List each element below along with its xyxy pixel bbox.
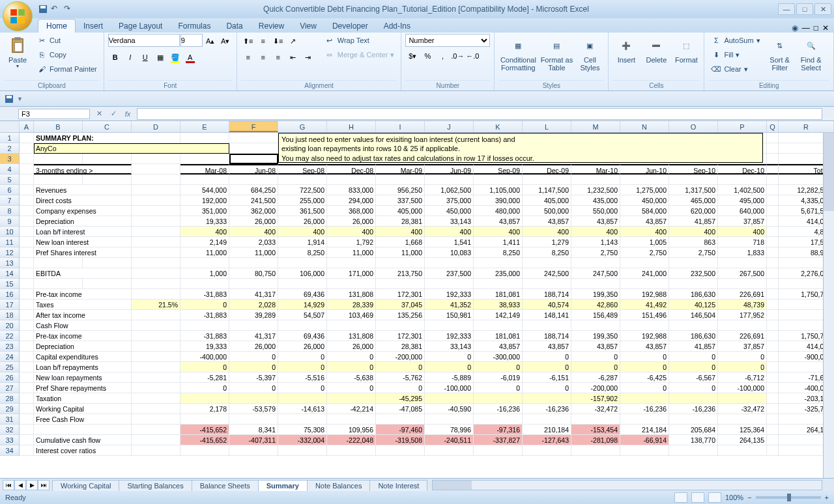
comma-icon[interactable]: ,	[435, 49, 450, 63]
cell[interactable]: 11,000	[327, 247, 376, 258]
cell[interactable]: Sep-10	[669, 164, 718, 175]
cell[interactable]	[34, 258, 83, 268]
cell[interactable]	[20, 320, 34, 331]
col-header-N[interactable]: N	[620, 121, 669, 132]
row-header-22[interactable]: 22	[0, 331, 20, 341]
cell[interactable]	[20, 289, 34, 300]
cell[interactable]	[20, 352, 34, 362]
cell[interactable]	[132, 414, 180, 425]
cell[interactable]: 226,691	[718, 289, 767, 300]
col-header-G[interactable]: G	[278, 121, 327, 132]
row-header-13[interactable]: 13	[0, 258, 20, 268]
cell[interactable]	[571, 258, 620, 268]
cell[interactable]: Free Cash Flow	[34, 414, 132, 425]
align-bottom-icon[interactable]: ⬇≡	[271, 34, 285, 48]
cell[interactable]	[180, 414, 229, 425]
col-header-A[interactable]: A	[20, 121, 34, 132]
cell[interactable]: 43,857	[620, 341, 669, 352]
cell[interactable]	[132, 216, 180, 227]
cell[interactable]	[34, 425, 132, 435]
cell[interactable]: 48,739	[718, 300, 767, 310]
cell[interactable]: 214,184	[620, 425, 669, 435]
cell[interactable]: 8,250	[278, 247, 327, 258]
cell[interactable]	[767, 393, 779, 404]
cell[interactable]: 400	[278, 227, 327, 237]
border-button[interactable]: ▦	[153, 50, 167, 64]
cell[interactable]	[767, 310, 779, 320]
cell[interactable]	[718, 175, 767, 185]
cell[interactable]: 135,256	[376, 310, 425, 320]
cell[interactable]	[278, 258, 327, 268]
cell[interactable]: 213,750	[376, 268, 425, 279]
cell[interactable]	[132, 362, 180, 372]
cell[interactable]	[523, 320, 571, 331]
cell[interactable]: 172,301	[376, 331, 425, 341]
cell[interactable]	[767, 362, 779, 372]
cell[interactable]: -5,762	[376, 372, 425, 383]
col-header-R[interactable]: R	[779, 121, 834, 132]
cell[interactable]: 0	[571, 352, 620, 362]
cell[interactable]: Revenues	[34, 185, 132, 195]
cell[interactable]: 10,083	[425, 247, 474, 258]
row-header-26[interactable]: 26	[0, 372, 20, 383]
tab-nav-prev-icon[interactable]: ◀	[14, 480, 26, 490]
cell[interactable]: 0	[474, 362, 523, 372]
cell[interactable]	[34, 175, 83, 185]
cell[interactable]	[767, 227, 779, 237]
cell[interactable]	[278, 320, 327, 331]
italic-button[interactable]: I	[123, 50, 137, 64]
cell[interactable]: 480,000	[474, 206, 523, 216]
ribbon-tab-page-layout[interactable]: Page Layout	[111, 20, 170, 33]
align-middle-icon[interactable]: ≡	[256, 34, 270, 48]
cell[interactable]: 0	[278, 352, 327, 362]
cell[interactable]	[767, 331, 779, 341]
cell[interactable]: 0	[669, 352, 718, 362]
cell[interactable]	[20, 331, 34, 341]
cell[interactable]	[718, 258, 767, 268]
col-header-C[interactable]: C	[83, 121, 132, 132]
cell[interactable]: 2,750	[620, 247, 669, 258]
cell[interactable]: Mar-08	[180, 164, 229, 175]
cell[interactable]: 41,317	[229, 289, 278, 300]
minimize-button[interactable]: —	[778, 3, 795, 15]
increase-decimal-icon[interactable]: .0→	[450, 49, 465, 63]
cell[interactable]: 43,857	[523, 216, 571, 227]
wrap-text-button[interactable]: ↩Wrap Text	[322, 34, 397, 47]
cell[interactable]: 43,857	[620, 216, 669, 227]
cell[interactable]: 192,988	[620, 289, 669, 300]
cell[interactable]	[132, 247, 180, 258]
cell[interactable]: 37,045	[376, 300, 425, 310]
cell[interactable]	[425, 320, 474, 331]
cell[interactable]: 131,808	[327, 289, 376, 300]
cell[interactable]	[20, 383, 34, 393]
cell[interactable]	[132, 195, 180, 206]
cell[interactable]: Company expenses	[34, 206, 132, 216]
font-size-combo[interactable]	[180, 34, 203, 47]
cell[interactable]	[132, 425, 180, 435]
cell[interactable]: Depreciation	[34, 341, 132, 352]
cell[interactable]: 11,000	[229, 247, 278, 258]
cell[interactable]: -53,579	[229, 404, 278, 414]
cell[interactable]: 78,996	[425, 425, 474, 435]
cell[interactable]: 2,750	[669, 247, 718, 258]
cell[interactable]: -6,151	[523, 372, 571, 383]
cell[interactable]: 37,857	[718, 341, 767, 352]
cell[interactable]: Capital expenditures	[34, 352, 132, 362]
zoom-in-icon[interactable]: +	[825, 494, 829, 501]
cell[interactable]	[132, 289, 180, 300]
cell[interactable]	[229, 320, 278, 331]
cell[interactable]: 0	[229, 352, 278, 362]
cell[interactable]	[571, 414, 620, 425]
cell[interactable]	[767, 435, 779, 445]
cell[interactable]: New loan interest	[34, 237, 132, 247]
cell[interactable]	[229, 393, 278, 404]
cell[interactable]: 192,988	[620, 331, 669, 341]
cell[interactable]: 362,000	[229, 206, 278, 216]
cell[interactable]	[474, 258, 523, 268]
cell[interactable]: 0	[376, 362, 425, 372]
cell[interactable]: 33,143	[425, 341, 474, 352]
cell[interactable]	[474, 414, 523, 425]
cell[interactable]: 26,000	[327, 341, 376, 352]
cell[interactable]: 21.5%	[132, 300, 180, 310]
cell[interactable]: -6,425	[620, 372, 669, 383]
